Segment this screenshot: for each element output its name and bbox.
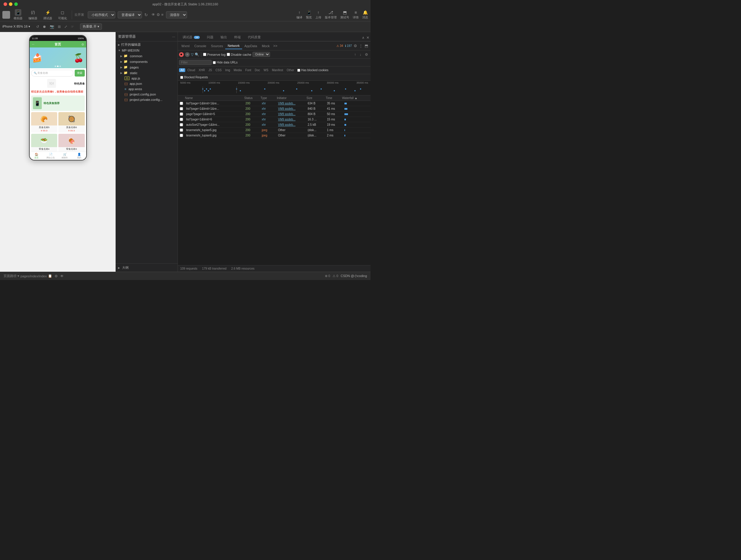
devtools-close-icon[interactable]: ✕ (366, 36, 369, 40)
food-card-4[interactable]: 🍖 荤食名称3 (58, 134, 85, 151)
th-initiator[interactable]: Initiator (274, 97, 304, 100)
hide-url-checkbox[interactable] (213, 61, 216, 64)
has-blocked-label[interactable]: Has blocked cookies (297, 68, 328, 72)
tab-debugger[interactable]: 调试器 34 (179, 34, 203, 42)
snapshot-icon[interactable]: 📷 (49, 24, 55, 29)
th-time[interactable]: Time (323, 97, 340, 100)
filter-all[interactable]: All (179, 68, 185, 72)
table-row[interactable]: list?page=1&limit=1&re... 200 xhr VM9 as… (178, 101, 370, 106)
table-row[interactable]: page?page=1&limit=5 200 xhr VM9 asdeb...… (178, 112, 370, 117)
editor-btn[interactable]: ⟨/⟩ 编辑器 (26, 8, 40, 22)
filter-xhr[interactable]: XHR (197, 68, 206, 72)
filter-icon[interactable]: ▽ (191, 53, 194, 57)
hide-url-label[interactable]: Hide data URLs (213, 61, 238, 64)
preserve-log-checkbox[interactable] (203, 53, 206, 56)
init-link-2[interactable]: VM9 asdeb... (278, 107, 295, 110)
debugger-btn[interactable]: ⚡ 调试器 (41, 8, 55, 22)
filter-manifest[interactable]: Manifest (270, 68, 284, 72)
th-waterfall[interactable]: Waterfall ▲ (340, 97, 370, 100)
food-card-1[interactable]: 🥐 美食名称5 ¥ 99.9 (31, 112, 58, 133)
row-checkbox-7[interactable] (179, 134, 184, 137)
filter-cloud[interactable]: Cloud (186, 68, 197, 72)
row-checkbox-4[interactable] (179, 118, 184, 121)
filter-js[interactable]: JS (207, 68, 213, 72)
fullscreen-icon[interactable]: ⤢ (63, 24, 68, 29)
device-label[interactable]: iPhone X 85% 16 ▾ (2, 24, 30, 28)
row-checkbox-1[interactable] (179, 102, 184, 105)
filetree-menu-icon[interactable]: ··· (172, 35, 175, 39)
sub-tab-mock[interactable]: Mock (259, 43, 272, 49)
filter-css[interactable]: CSS (214, 68, 223, 72)
sub-tab-network[interactable]: Network (225, 43, 242, 49)
filetree-pages[interactable]: ▶ 📁 pages (116, 64, 178, 70)
table-row[interactable]: tesemeishi_tupian5.jpg 200 jpeg Other (d… (178, 128, 370, 133)
filetree-projectconfig[interactable]: {·} project.config.json (116, 91, 178, 97)
settings-net-icon[interactable]: ⚙ (364, 52, 369, 57)
blocked-requests-label[interactable]: Blocked Requests (180, 76, 208, 79)
mode-select[interactable]: 小程序模式 (88, 11, 115, 18)
init-link-5[interactable]: VM9 asdeb... (278, 123, 295, 126)
record-icon[interactable]: ⏺ (42, 24, 48, 29)
filter-ws[interactable]: WS (262, 68, 270, 72)
food-card-2[interactable]: 🥘 美食名称6 ¥ 99.9 (58, 112, 85, 133)
filetree-common[interactable]: ▶ 📁 common (116, 53, 178, 59)
th-name[interactable]: Name (183, 97, 242, 100)
layers-icon[interactable]: ≡ (161, 12, 163, 17)
preview-label-btn[interactable]: 📱 预览 (306, 10, 312, 19)
preserve-log-label[interactable]: Preserve log (203, 53, 225, 56)
hot-reload-btn[interactable]: 热重载 开 ▾ (80, 23, 102, 30)
settings-gear-icon[interactable]: ⚙ (354, 44, 357, 48)
th-size[interactable]: Size (304, 97, 323, 100)
filetree-appjson[interactable]: {·} app.json (116, 81, 178, 86)
status-settings-icon[interactable]: ⚙ (55, 274, 58, 278)
simulator-btn[interactable]: 📱 模拟器 (11, 8, 25, 22)
table-row[interactable]: list?page=1&limit=6 200 xhr VM9 asdeb...… (178, 117, 370, 122)
row-checkbox-3[interactable] (179, 112, 184, 116)
row-checkbox-5[interactable] (179, 123, 184, 126)
filetree-appwxss[interactable]: ≡ app.wxss (116, 86, 178, 91)
path-prefix[interactable]: 页面路径 ▾ (4, 274, 19, 278)
compile-btn-wrapper[interactable]: ↻ (144, 12, 148, 17)
filetree-components[interactable]: ▶ 📁 components (116, 59, 178, 64)
search-network-icon[interactable]: 🔍 (195, 53, 199, 57)
compile-mode-select[interactable]: 普通编译 (118, 11, 142, 18)
init-link-4[interactable]: VM9 asdeb... (278, 118, 295, 121)
filter-img[interactable]: Img (224, 68, 232, 72)
th-type[interactable]: Type (258, 97, 274, 100)
disable-cache-checkbox[interactable] (227, 53, 230, 56)
row-checkbox-6[interactable] (179, 128, 184, 132)
filter-other[interactable]: Other (285, 68, 295, 72)
path-copy-icon[interactable]: 📋 (48, 274, 52, 278)
filter-doc[interactable]: Doc (254, 68, 262, 72)
sub-tab-wxml[interactable]: Wxml (179, 43, 192, 49)
tab-issues[interactable]: 问题 (203, 34, 217, 42)
bottom-nav-news[interactable]: 📄 网站公告 (44, 152, 58, 160)
upload-net-icon[interactable]: ↑ (353, 52, 357, 57)
table-row[interactable]: list?page=1&limit=1&re... 200 xhr VM9 as… (178, 106, 370, 112)
stop-btn[interactable]: ⊘ (185, 52, 190, 57)
row-checkbox-2[interactable] (179, 107, 184, 110)
bottom-nav-home[interactable]: 🏠 首页 (29, 152, 44, 160)
filetree-appjs[interactable]: JS app.js (116, 76, 178, 81)
dock-icon[interactable]: ⬒ (364, 44, 368, 48)
sub-tab-sources[interactable]: Sources (209, 43, 225, 49)
bottom-nav-profile[interactable]: 👤 我的 (72, 152, 86, 160)
download-net-icon[interactable]: ↓ (358, 52, 362, 57)
tab-terminal[interactable]: 终端 (230, 34, 244, 42)
phone-search-btn[interactable]: 搜索 (75, 70, 85, 76)
upload-label-btn[interactable]: ↑ 上传 (315, 10, 321, 19)
compile-label-btn[interactable]: ↑ 编译 (296, 10, 302, 19)
blocked-requests-checkbox[interactable] (180, 76, 183, 79)
filter-media[interactable]: Media (232, 68, 243, 72)
filter-input[interactable] (179, 60, 212, 65)
version-label-btn[interactable]: ⎇ 版本管理 (325, 10, 337, 19)
more-options-icon[interactable]: ⋮ (359, 44, 363, 48)
online-select[interactable]: Online (253, 52, 270, 57)
visual-btn[interactable]: ◻ 可视化 (56, 8, 69, 22)
cursor-icon[interactable]: ☞ (70, 24, 75, 29)
settings-icon[interactable]: ⚙ (156, 12, 160, 17)
init-link-1[interactable]: VM9 asdeb... (278, 102, 295, 105)
status-eye-icon[interactable]: 👁 (60, 274, 64, 278)
init-link-3[interactable]: VM9 asdeb... (278, 112, 295, 116)
filetree-projectprivate[interactable]: {·} project.private.config... (116, 97, 178, 102)
